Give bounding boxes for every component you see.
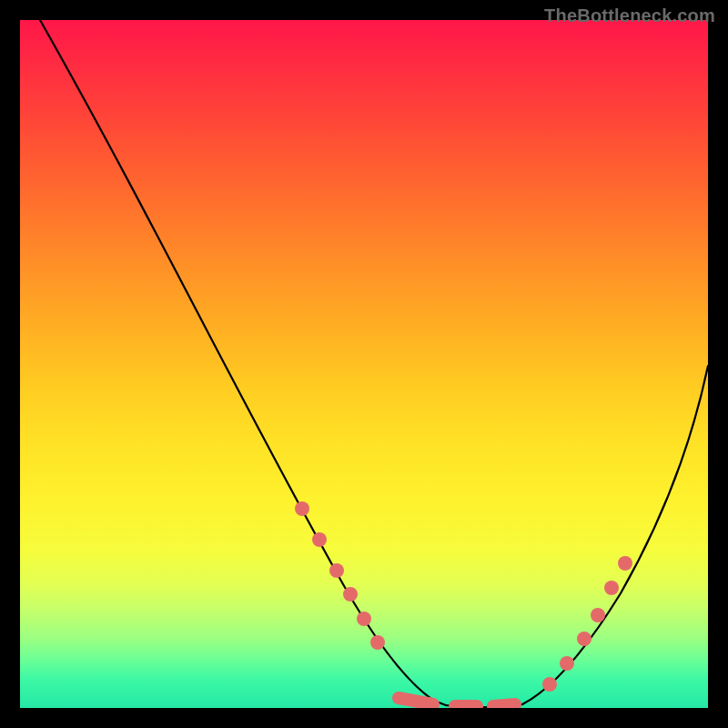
marker-segment — [399, 698, 433, 704]
marker-dot — [370, 635, 385, 650]
bottom-marker-run — [399, 698, 515, 706]
marker-dot — [618, 556, 632, 571]
watermark-text: TheBottleneck.com — [544, 5, 715, 26]
right-curve — [522, 366, 708, 704]
marker-dot — [591, 608, 605, 622]
right-marker-cluster — [542, 556, 632, 692]
marker-segment — [493, 704, 515, 706]
marker-dot — [295, 501, 309, 516]
marker-dot — [577, 632, 592, 646]
marker-dot — [604, 581, 619, 595]
chart-frame — [20, 20, 708, 708]
marker-dot — [542, 677, 557, 692]
marker-dot — [329, 563, 344, 578]
left-marker-cluster — [295, 501, 385, 650]
plot-area — [20, 20, 708, 708]
chart-svg — [20, 20, 708, 708]
left-curve — [40, 20, 446, 705]
marker-dot — [560, 656, 574, 671]
marker-dot — [312, 532, 327, 547]
marker-dot — [343, 587, 358, 602]
marker-dot — [357, 612, 371, 626]
